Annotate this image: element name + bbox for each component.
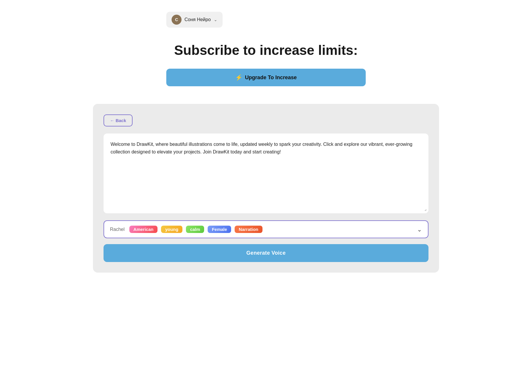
upgrade-button[interactable]: ⚡ Upgrade To Increase bbox=[166, 69, 366, 86]
voice-tag-narration: Narration bbox=[235, 226, 262, 233]
resize-handle-icon: ⌟ bbox=[424, 206, 427, 212]
generate-voice-button[interactable]: Generate Voice bbox=[104, 244, 428, 262]
avatar: С bbox=[172, 15, 182, 25]
voice-tag-american: American bbox=[129, 226, 157, 233]
user-selector[interactable]: С Соня Нейро ⌄ bbox=[166, 12, 223, 28]
text-input[interactable]: Welcome to DrawKit, where beautiful illu… bbox=[111, 141, 421, 205]
generate-voice-label: Generate Voice bbox=[246, 250, 286, 256]
avatar-initial: С bbox=[175, 17, 178, 22]
voice-tag-young: young bbox=[161, 226, 182, 233]
voice-tag-female: Female bbox=[208, 226, 231, 233]
page-title: Subscribe to increase limits: bbox=[6, 42, 526, 58]
voice-selector[interactable]: Rachel AmericanyoungcalmFemaleNarration … bbox=[104, 220, 428, 238]
bolt-icon: ⚡ bbox=[235, 74, 243, 81]
upgrade-button-label: Upgrade To Increase bbox=[245, 75, 297, 81]
voice-info: Rachel AmericanyoungcalmFemaleNarration bbox=[110, 226, 262, 233]
chevron-down-icon: ⌄ bbox=[214, 17, 217, 22]
main-panel: ← Back Welcome to DrawKit, where beautif… bbox=[93, 104, 439, 273]
voice-tag-calm: calm bbox=[186, 226, 204, 233]
chevron-down-icon: ⌄ bbox=[417, 226, 422, 233]
voice-name: Rachel bbox=[110, 227, 125, 232]
text-area-wrapper: Welcome to DrawKit, where beautiful illu… bbox=[104, 134, 428, 213]
back-button-label: ← Back bbox=[110, 118, 126, 123]
back-button[interactable]: ← Back bbox=[104, 114, 133, 126]
user-name: Соня Нейро bbox=[184, 17, 211, 22]
